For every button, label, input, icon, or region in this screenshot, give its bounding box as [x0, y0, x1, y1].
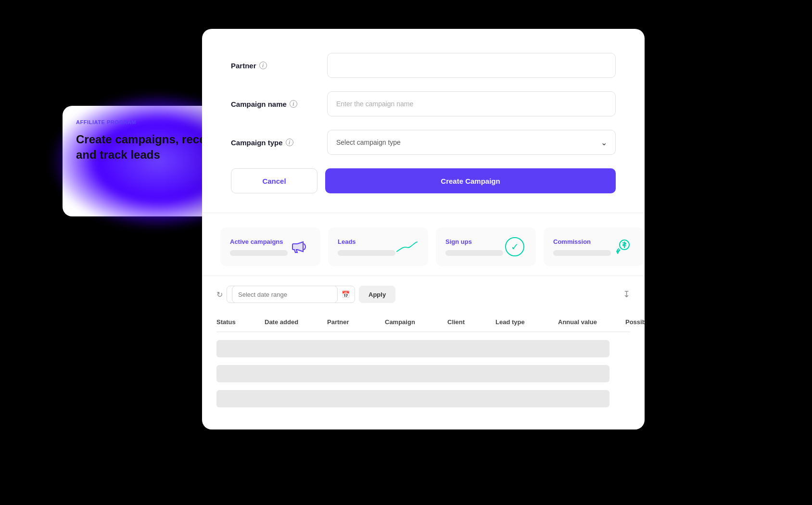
refresh-icon[interactable]: ↻	[216, 290, 223, 299]
table-row	[216, 340, 609, 357]
modal-form: Partner i Campaign name i Campaign type …	[202, 29, 645, 213]
campaign-name-input[interactable]	[327, 91, 616, 116]
campaign-type-label: Campaign type i	[231, 139, 327, 147]
th-lead-type: Lead type	[495, 318, 558, 326]
campaign-type-select-wrapper: Select campaign type ⌄	[327, 130, 616, 155]
th-date-added: Date added	[265, 318, 327, 326]
table-row	[216, 365, 609, 382]
campaign-name-label: Campaign name i	[231, 100, 327, 108]
campaign-type-row: Campaign type i Select campaign type ⌄	[231, 130, 616, 155]
form-buttons: Cancel Create Campaign	[231, 168, 616, 193]
sign-ups-label: Sign ups	[445, 238, 503, 245]
sign-ups-value	[445, 250, 503, 256]
commission-card: Commission	[544, 227, 644, 266]
leads-label: Leads	[338, 238, 395, 245]
stats-section: Active campaigns Leads	[202, 213, 645, 276]
partner-row: Partner i	[231, 53, 616, 78]
filter-group: ↻ 📅 Apply	[216, 286, 395, 303]
table-row	[216, 390, 609, 407]
active-campaigns-card: Active campaigns	[220, 227, 320, 266]
active-campaigns-label: Active campaigns	[230, 238, 288, 245]
th-annual-value: Annual value	[558, 318, 625, 326]
partner-info-icon: i	[259, 62, 267, 69]
leads-value	[338, 250, 395, 256]
active-campaigns-value	[230, 250, 288, 256]
megaphone-icon	[288, 235, 311, 258]
cancel-button[interactable]: Cancel	[231, 168, 317, 193]
th-status: Status	[216, 318, 265, 326]
campaign-type-select[interactable]: Select campaign type	[327, 130, 616, 155]
date-range-input[interactable]	[232, 286, 338, 303]
filter-row: ↻ 📅 Apply ↧	[216, 286, 630, 303]
affiliate-tag: AFFILIATE PROGRAM	[76, 119, 136, 125]
th-campaign: Campaign	[385, 318, 447, 326]
campaign-name-row: Campaign name i	[231, 91, 616, 116]
leads-chart-icon	[395, 235, 419, 258]
download-icon[interactable]: ↧	[623, 289, 630, 300]
money-icon	[611, 235, 634, 258]
commission-label: Commission	[553, 238, 611, 245]
th-partner: Partner	[327, 318, 385, 326]
commission-value	[553, 250, 611, 256]
th-client: Client	[447, 318, 495, 326]
table-section: ↻ 📅 Apply ↧ Status Date added Partner Ca…	[202, 276, 645, 429]
apply-button[interactable]: Apply	[359, 286, 395, 303]
partner-label: Partner i	[231, 62, 327, 70]
th-possible-payout: Possible payout	[625, 318, 645, 326]
calendar-icon: 📅	[342, 290, 350, 298]
date-range-wrapper: 📅	[227, 286, 355, 303]
check-circle-icon: ✓	[503, 235, 526, 258]
sign-ups-card: Sign ups ✓	[436, 227, 536, 266]
table-header: Status Date added Partner Campaign Clien…	[216, 313, 630, 332]
campaign-name-info-icon: i	[290, 100, 297, 108]
main-panel: Partner i Campaign name i Campaign type …	[202, 29, 645, 429]
campaign-type-info-icon: i	[286, 139, 293, 146]
partner-input[interactable]	[327, 53, 616, 78]
leads-card: Leads	[328, 227, 428, 266]
create-campaign-button[interactable]: Create Campaign	[325, 168, 616, 193]
